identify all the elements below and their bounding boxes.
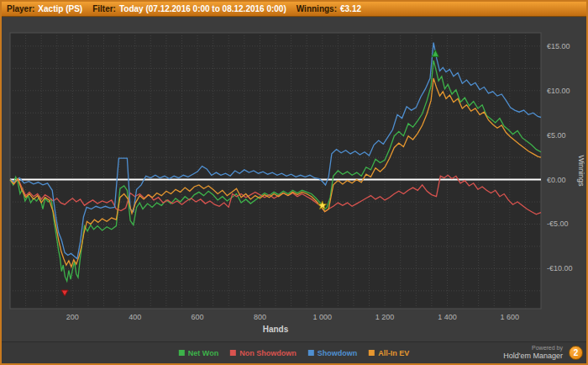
- window-titlebar[interactable]: Player: Xactip (PS) Filter: Today (07.12…: [2, 2, 586, 17]
- powered-by-label: Powered by: [503, 345, 563, 352]
- hm2-logo-badge: 2: [569, 346, 583, 360]
- chart-legend: Net WonNon ShowdownShowdownAll-In EV: [179, 349, 409, 357]
- legend-label: Net Won: [188, 349, 218, 357]
- y-axis-title: Winnings: [577, 155, 585, 187]
- player-value: Xactip (PS): [38, 4, 82, 13]
- legend-item-net-won[interactable]: Net Won: [179, 349, 218, 357]
- chart-svg: 2004006008001 0001 2001 4001 600Hands€15…: [3, 18, 585, 341]
- hm2-graph-window: Player: Xactip (PS) Filter: Today (07.12…: [0, 0, 588, 365]
- legend-item-all-in-ev[interactable]: All-In EV: [369, 349, 409, 357]
- player-label: Player:: [7, 4, 34, 13]
- legend-swatch: [308, 350, 314, 356]
- brand-name: Hold'em Manager: [503, 352, 563, 360]
- y-tick-label: €15.00: [547, 42, 570, 50]
- x-tick-label: 800: [254, 313, 266, 321]
- legend-item-non-showdown[interactable]: Non Showdown: [230, 349, 297, 357]
- plot-area: [10, 33, 541, 309]
- y-tick-label: -€10.00: [547, 264, 573, 272]
- legend-item-showdown[interactable]: Showdown: [308, 349, 358, 357]
- y-tick-label: €5.00: [547, 131, 566, 140]
- filter-label: Filter:: [92, 4, 116, 13]
- chart-panel: 2004006008001 0001 2001 4001 600Hands€15…: [2, 17, 586, 341]
- y-tick-label: €10.00: [547, 87, 570, 95]
- x-axis-title: Hands: [263, 325, 289, 334]
- legend-swatch: [230, 350, 236, 356]
- legend-label: Non Showdown: [239, 349, 297, 357]
- legend-swatch: [369, 350, 375, 356]
- y-tick-label: -€5.00: [547, 220, 569, 228]
- x-tick-label: 1 200: [375, 313, 395, 321]
- winnings-value: €3.12: [340, 4, 361, 13]
- footer-bar: Net WonNon ShowdownShowdownAll-In EV Pow…: [2, 341, 586, 363]
- hm2-logo-number: 2: [574, 348, 579, 357]
- branding: Powered by Hold'em Manager: [503, 345, 563, 360]
- legend-label: Showdown: [318, 349, 358, 357]
- x-tick-label: 1 000: [312, 313, 332, 321]
- legend-swatch: [179, 350, 185, 356]
- x-tick-label: 600: [192, 313, 204, 321]
- x-tick-label: 200: [66, 313, 79, 321]
- x-tick-label: 1 400: [438, 313, 457, 321]
- legend-label: All-In EV: [378, 349, 409, 357]
- x-tick-label: 400: [129, 313, 141, 321]
- filter-value: Today (07.12.2016 0:00 to 08.12.2016 0:0…: [119, 4, 286, 13]
- x-tick-label: 1 600: [501, 313, 520, 321]
- winnings-label: Winnings:: [297, 4, 337, 13]
- y-tick-label: €0.00: [547, 176, 566, 184]
